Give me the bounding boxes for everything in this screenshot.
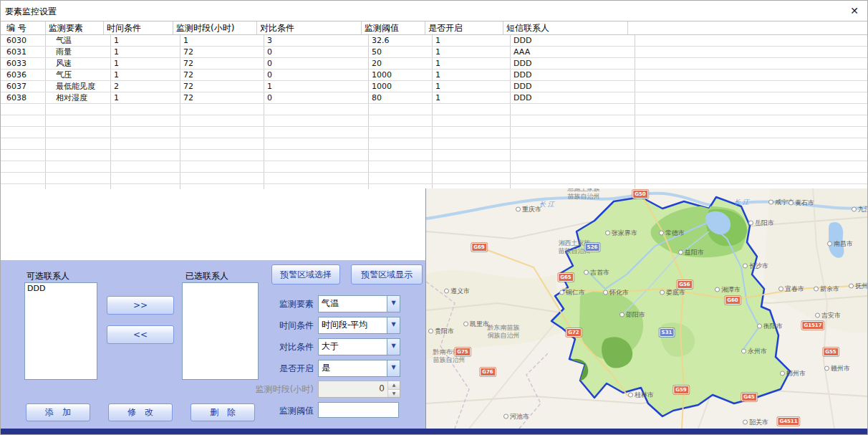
- table-cell: [635, 173, 867, 183]
- table-row[interactable]: 6033风速1720201DDD: [1, 58, 867, 70]
- city-marker-icon: [463, 322, 468, 327]
- city-label: 宜春市: [778, 285, 804, 294]
- table-cell: 6036: [1, 70, 46, 80]
- table-row[interactable]: 6036气压172010001DDD: [1, 70, 867, 81]
- spin-down-icon[interactable]: ▼: [388, 390, 400, 398]
- delete-button[interactable]: 删 除: [191, 403, 255, 421]
- city-label: 娄底市: [660, 288, 685, 297]
- element-combo-value: 气温: [319, 296, 387, 312]
- column-header: 监测阈值: [362, 21, 425, 34]
- table-cell: [369, 127, 433, 138]
- city-label: 南昌市: [827, 239, 853, 249]
- city-label: 吉首市: [584, 268, 609, 277]
- table-cell: 6037: [1, 81, 46, 92]
- threshold-input[interactable]: [318, 402, 399, 418]
- city-marker-icon: [743, 420, 748, 425]
- city-marker-icon: [757, 324, 762, 329]
- column-header: 编 号: [1, 21, 46, 34]
- compare-condition-combo[interactable]: 大于 ▼: [318, 338, 400, 355]
- table-cell: [111, 115, 180, 126]
- table-row[interactable]: 6037最低能见度272110001DDD: [1, 81, 867, 92]
- move-left-button[interactable]: <<: [107, 325, 174, 344]
- city-label: 桂林市: [628, 391, 654, 400]
- road-shield-badge: G75: [455, 348, 471, 356]
- contact-item[interactable]: DDD: [25, 283, 97, 294]
- table-cell: 3: [264, 35, 369, 46]
- city-label: 河池市: [503, 412, 529, 421]
- warning-area-display-button[interactable]: 预警区域显示: [351, 264, 423, 285]
- table-cell: 1: [433, 58, 511, 69]
- table-cell: [1, 184, 46, 189]
- table-cell: [180, 161, 264, 172]
- road-shield-badge: G65: [558, 273, 574, 282]
- close-icon[interactable]: ✕: [847, 4, 862, 18]
- available-contacts-list[interactable]: DDD: [24, 282, 97, 380]
- table-header-row: 编 号监测要素时间条件监测时段(小时)对比条件监测阈值是否开启短信联系人: [1, 21, 867, 35]
- city-marker-icon: [516, 207, 521, 212]
- table-cell: 1: [180, 35, 264, 46]
- city-marker-icon: [849, 284, 854, 289]
- table-cell: [433, 115, 511, 126]
- chevron-down-icon[interactable]: ▼: [387, 339, 400, 355]
- enabled-combo[interactable]: 是 ▼: [318, 360, 400, 377]
- table-cell: DDD: [511, 58, 635, 69]
- table-cell: [46, 115, 111, 126]
- region-label: 黔东南苗族 侗族自治州: [488, 324, 520, 340]
- warning-area-select-button[interactable]: 预警区域选择: [271, 264, 340, 285]
- table-row-empty: [1, 115, 867, 127]
- table-cell: [1, 138, 46, 149]
- table-cell: 0: [264, 47, 369, 57]
- table-row[interactable]: 6030气温11332.61DDD: [1, 35, 867, 47]
- city-marker-icon: [741, 349, 746, 354]
- city-label: 怀化市: [603, 288, 629, 297]
- chevron-down-icon[interactable]: ▼: [387, 296, 400, 312]
- add-button[interactable]: 添 加: [26, 403, 90, 421]
- time-condition-combo[interactable]: 时间段-平均 ▼: [318, 317, 400, 334]
- city-label: 湘潭市: [715, 285, 741, 295]
- table-cell: 20: [369, 58, 433, 69]
- spin-up-icon[interactable]: ▲: [388, 381, 400, 390]
- road-shield-badge: G60: [725, 296, 741, 305]
- table-cell: 最低能见度: [46, 81, 111, 92]
- river-label: 长 江: [734, 198, 749, 207]
- table-cell: DDD: [511, 92, 635, 103]
- element-combo[interactable]: 气温 ▼: [318, 295, 400, 312]
- table-cell: 6030: [1, 35, 46, 46]
- table-cell: [1, 104, 46, 115]
- table-cell: [46, 138, 111, 149]
- chevron-down-icon[interactable]: ▼: [387, 317, 400, 333]
- road-shield-badge: S31: [660, 328, 675, 337]
- table-cell: [511, 127, 635, 138]
- table-cell: [1, 161, 46, 172]
- city-label: 岳阳市: [748, 219, 774, 228]
- city-label: 贵阳市: [428, 327, 454, 336]
- table-cell: [1, 150, 46, 161]
- map[interactable]: 重庆市咸宁市黄石市九江市岳阳市常德市张家界市益阳市南昌市长沙市吉首市遵义市铜仁市…: [425, 188, 868, 429]
- chevron-down-icon[interactable]: ▼: [387, 360, 400, 376]
- move-right-button[interactable]: >>: [107, 296, 174, 315]
- table-cell: [111, 184, 180, 189]
- table-cell: [511, 115, 635, 126]
- road-shield-badge: G55: [823, 348, 839, 356]
- city-marker-icon: [768, 200, 773, 205]
- city-marker-icon: [603, 290, 608, 295]
- column-header: 是否开启: [425, 21, 503, 34]
- city-label: 九江市: [852, 205, 868, 214]
- status-strip: [1, 429, 867, 434]
- city-marker-icon: [852, 207, 857, 212]
- period-spinner[interactable]: 0 ▲ ▼: [318, 381, 400, 398]
- table-cell: 72: [180, 58, 264, 69]
- enabled-combo-value: 是: [319, 360, 387, 376]
- monitoring-table: 编 号监测要素时间条件监测时段(小时)对比条件监测阈值是否开启短信联系人6030…: [1, 21, 867, 189]
- modify-button[interactable]: 修 改: [108, 403, 173, 421]
- table-cell: 72: [180, 70, 264, 80]
- table-cell: 0: [264, 70, 369, 80]
- river-label: 长 江: [539, 200, 554, 209]
- table-row[interactable]: 6031雨量1720501AAA: [1, 47, 867, 58]
- table-row[interactable]: 6038相对湿度1720801DDD: [1, 92, 867, 104]
- map-labels-layer: 重庆市咸宁市黄石市九江市岳阳市常德市张家界市益阳市南昌市长沙市吉首市遵义市铜仁市…: [426, 188, 868, 429]
- road-shield-badge: G4511: [777, 417, 799, 426]
- table-cell: 72: [180, 47, 264, 57]
- city-label: 黄石市: [789, 199, 814, 208]
- city-label: 永州市: [741, 347, 767, 356]
